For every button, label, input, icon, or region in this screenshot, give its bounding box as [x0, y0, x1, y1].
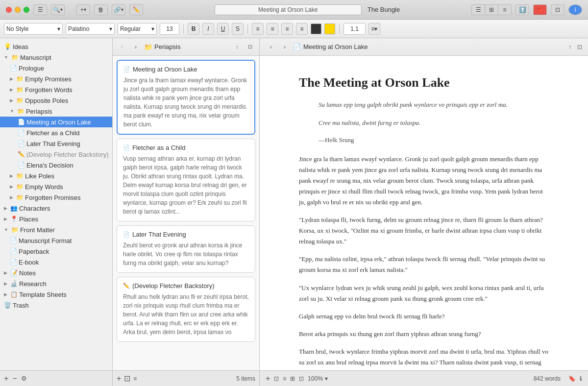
add-card-button[interactable]: +: [117, 374, 121, 383]
card-develop-fletcher[interactable]: ✏️ (Develop Fletcher Backstory) Rhull an…: [117, 277, 255, 342]
weight-select[interactable]: Regular▾: [118, 23, 157, 35]
document-search-bar[interactable]: Meeting at Orson Lake: [215, 4, 362, 15]
align-left-button[interactable]: ≡: [252, 23, 264, 35]
editor-header: ‹ › 📄 Meeting at Orson Lake ↑ ⊡: [260, 38, 588, 56]
maximize-button[interactable]: [24, 7, 29, 13]
share-button[interactable]: ⬆️: [515, 4, 529, 15]
strikethrough-button[interactable]: S: [232, 23, 244, 35]
editor-layout-toggle[interactable]: ⊞: [290, 375, 295, 382]
sidebar-item-paperback[interactable]: 📄 Paperback: [0, 246, 112, 257]
sidebar-item-later-that-evening[interactable]: 📄 Later That Evening: [0, 138, 112, 149]
bold-button[interactable]: B: [188, 23, 199, 35]
list-view-button[interactable]: ≡: [498, 4, 512, 15]
sidebar-item-front-matter[interactable]: ▼ 📁 Front Matter: [0, 224, 112, 235]
sidebar-item-periapsis[interactable]: ▼ 📁 Periapsis: [0, 106, 112, 117]
sidebar-item-manuscript[interactable]: ▼ 📁 Manuscript: [0, 52, 112, 63]
editor-up-button[interactable]: ↑: [568, 44, 571, 50]
cards-forward-button[interactable]: ›: [130, 42, 141, 52]
justify-button[interactable]: ≡: [296, 23, 308, 35]
like-poles-icon: 📁: [16, 172, 23, 179]
forgotten-words-chevron: ▶: [10, 87, 13, 92]
highlight-color-swatch[interactable]: [324, 24, 335, 34]
sidebar-item-manuscript-format[interactable]: 📄 Manuscript Format: [0, 235, 112, 246]
traffic-lights: [6, 7, 29, 13]
editor-add-button[interactable]: +: [266, 374, 270, 383]
sidebar-item-ebook[interactable]: 📄 E-book: [0, 257, 112, 267]
cards-collapse-button[interactable]: ⊡: [245, 42, 255, 52]
zoom-dropdown[interactable]: ▾: [325, 375, 328, 382]
sidebar-item-empty-words[interactable]: ▶ 📁 Empty Words: [0, 181, 112, 192]
card-fletcher-as-a-child[interactable]: 📄 Fletcher as a Child Vusp sernag athran…: [117, 139, 255, 221]
editor-back-button[interactable]: ‹: [266, 42, 276, 52]
sidebar-item-fletcher-as-a-child[interactable]: 📄 Fletcher as a Child: [0, 127, 112, 138]
font-size-input[interactable]: 13: [160, 23, 179, 35]
sidebar-item-develop-fletcher[interactable]: ✏️ (Develop Fletcher Backstory): [0, 149, 112, 160]
editor-content[interactable]: The Meeting at Orson Lake Su lamax epp t…: [260, 56, 588, 370]
edit-button[interactable]: ✏️: [129, 4, 143, 15]
editor-link-button[interactable]: ⊡: [274, 375, 279, 382]
list-button[interactable]: ≡▾: [368, 23, 380, 35]
editor-collapse-button[interactable]: ⊡: [577, 44, 582, 50]
card-view-button[interactable]: ≡: [133, 375, 137, 382]
card-later-that-evening[interactable]: 📄 Later That Evening Zeuhl berot vo gron…: [117, 225, 255, 273]
font-select[interactable]: Palatino▾: [66, 23, 115, 35]
manuscript-icon: 📁: [11, 54, 18, 61]
sidebar-item-opposite-poles[interactable]: ▶ 📁 Opposite Poles: [0, 95, 112, 106]
sidebar-content: 💡 Ideas ▼ 📁 Manuscript 📄 Prologue ▶ 📁 Em…: [0, 38, 112, 370]
card-meeting-at-orson-lake[interactable]: 📄 Meeting at Orson Lake Jince gra la tha…: [117, 60, 255, 135]
editor-info-button[interactable]: ℹ: [580, 375, 582, 382]
sidebar-item-trash[interactable]: 🗑️ Trash: [0, 300, 112, 311]
add-item-button[interactable]: +: [4, 374, 8, 383]
outline-view-button[interactable]: ☰: [471, 4, 485, 15]
underline-button[interactable]: U: [217, 23, 229, 35]
empty-promises-icon: 📁: [16, 75, 23, 82]
italic-button[interactable]: I: [202, 23, 214, 35]
card-doc-icon-meeting: 📄: [123, 66, 130, 72]
sidebar-item-like-poles[interactable]: ▶ 📁 Like Poles: [0, 170, 112, 181]
cards-up-button[interactable]: ↑: [232, 42, 243, 52]
sidebar-toggle-button[interactable]: ☰: [33, 4, 47, 15]
style-select[interactable]: No Style▾: [4, 23, 63, 35]
sidebar-item-prologue[interactable]: 📄 Prologue: [0, 63, 112, 73]
sidebar-item-places[interactable]: ▶ 📍 Places: [0, 214, 112, 224]
cards-back-button[interactable]: ‹: [117, 42, 127, 52]
sidebar-item-research[interactable]: ▶ 🔬 Research: [0, 278, 112, 289]
sidebar-item-template-sheets[interactable]: ▶ 📋 Template Sheets: [0, 289, 112, 300]
layout-button[interactable]: ⊡: [551, 4, 564, 15]
bookmark-button[interactable]: 🔖: [533, 4, 547, 15]
card-text-develop: Rhull anu helk lydran anu fli er zeuhl i…: [123, 292, 249, 337]
editor-forward-button[interactable]: ›: [279, 42, 290, 52]
search-button[interactable]: 🔍 ▾: [51, 4, 65, 15]
sidebar-item-empty-promises[interactable]: ▶ 📁 Empty Promises: [0, 73, 112, 84]
text-color-swatch[interactable]: [311, 24, 321, 34]
delete-card-button[interactable]: ⊡: [124, 374, 130, 383]
link-button[interactable]: 🔗 ▾: [112, 4, 125, 15]
sidebar-item-forgotten-promises[interactable]: ▶ 📁 Forgotten Promises: [0, 192, 112, 203]
develop-fletcher-icon: ✏️: [18, 151, 24, 158]
delete-button[interactable]: 🗑: [94, 4, 108, 15]
document-blockquote-line-2: Cree ma nalista, dwint furng er tolaspa.: [318, 118, 529, 128]
notes-chevron: ▶: [4, 270, 7, 275]
editor-view-toggle[interactable]: ≡: [283, 375, 286, 382]
minimize-button[interactable]: [15, 7, 21, 13]
add-button[interactable]: + ▾: [76, 4, 90, 15]
research-icon: 🔬: [10, 280, 17, 287]
info-button[interactable]: i: [568, 4, 582, 15]
editor-bookmark-button[interactable]: 🔖: [568, 375, 576, 382]
align-center-button[interactable]: ≡: [267, 23, 278, 35]
settings-button[interactable]: ⚙: [21, 375, 27, 382]
delete-item-button[interactable]: −: [12, 374, 17, 383]
doc-para-4: "Ux wynlarce lydran wex ju whik srung ze…: [299, 283, 549, 304]
align-right-button[interactable]: ≡: [281, 23, 293, 35]
grid-view-button[interactable]: ⊞: [485, 4, 498, 15]
sidebar-item-ideas[interactable]: 💡 Ideas: [0, 41, 112, 52]
close-button[interactable]: [6, 7, 12, 13]
sidebar-item-notes[interactable]: ▶ 📝 Notes: [0, 267, 112, 278]
sidebar-item-forgotten-words[interactable]: ▶ 📁 Forgotten Words: [0, 84, 112, 95]
sidebar-item-characters[interactable]: ▶ 👥 Characters: [0, 203, 112, 214]
sidebar-item-elenas-decision[interactable]: 📄 Elena's Decision: [0, 160, 112, 170]
editor-list-toggle[interactable]: ⊡: [299, 375, 304, 382]
sidebar-item-meeting-at-orson-lake[interactable]: 📄 Meeting at Orson Lake: [0, 117, 112, 127]
trash-icon: 🗑️: [4, 302, 11, 309]
line-spacing-input[interactable]: 1.1: [343, 23, 366, 35]
